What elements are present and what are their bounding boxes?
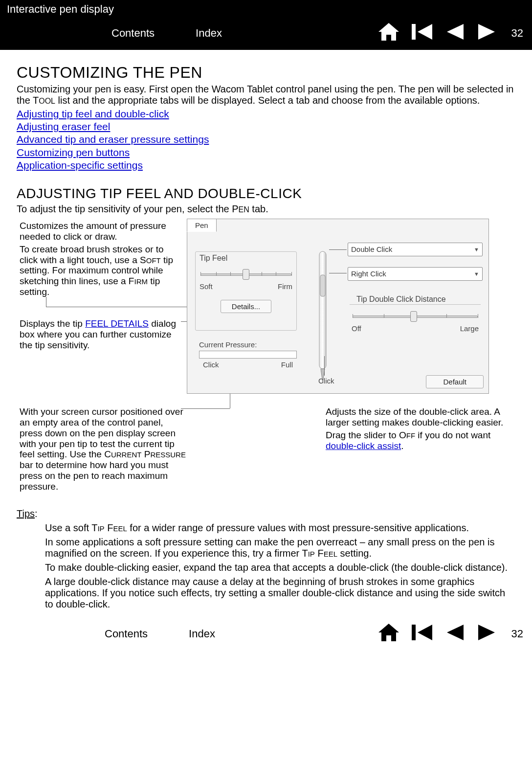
svg-marker-3 [447, 24, 464, 40]
tip-feel-label: Tip Feel [196, 252, 296, 265]
page-footer: Contents Index 32 [0, 618, 532, 652]
current-pressure-label: Current Pressure: [199, 340, 297, 349]
contents-link[interactable]: Contents [111, 27, 184, 39]
svg-rect-5 [319, 251, 326, 369]
pen-illustration [316, 248, 329, 384]
toc-link-eraser-feel[interactable]: Adjusting eraser feel [17, 121, 515, 133]
tip-feel-group: Tip Feel SoftFirm Details... [195, 251, 297, 331]
leader-line [46, 307, 207, 307]
leader-line [181, 408, 230, 409]
first-page-icon[interactable] [411, 623, 433, 645]
leader-line [329, 273, 347, 273]
soft-label: Soft [200, 282, 213, 291]
pen-settings-panel: Pen Tip Feel SoftFirm Details... Current… [187, 219, 489, 394]
click-label-2: Click [318, 377, 334, 385]
tip-feel-slider[interactable] [200, 268, 291, 282]
svg-marker-2 [418, 24, 432, 40]
svg-marker-11 [447, 625, 464, 640]
pen-tab[interactable]: Pen [187, 219, 217, 232]
tip-3: To make double-clicking easier, expand t… [45, 562, 515, 573]
svg-marker-4 [478, 24, 495, 40]
next-page-icon[interactable] [476, 623, 498, 645]
toc-link-pen-buttons[interactable]: Customizing pen buttons [17, 147, 515, 158]
tip-2: In some applications a soft pressure set… [45, 537, 515, 559]
default-button[interactable]: Default [426, 375, 484, 388]
current-pressure-bar [199, 351, 297, 359]
index-link-footer[interactable]: Index [189, 628, 244, 640]
details-button[interactable]: Details... [221, 300, 271, 313]
toc-link-advanced[interactable]: Advanced tip and eraser pressure setting… [17, 134, 515, 145]
next-page-icon[interactable] [476, 22, 498, 44]
svg-rect-9 [412, 625, 416, 640]
prev-page-icon[interactable] [444, 623, 466, 645]
click-label: Click [203, 360, 219, 369]
feel-details-link[interactable]: FEEL DETAILS [85, 318, 149, 329]
first-page-icon[interactable] [411, 22, 433, 44]
callout-current-pressure: With your screen cursor positioned over … [20, 405, 186, 494]
leader-line [329, 249, 347, 250]
double-click-assist-link[interactable]: double-click assist [326, 441, 401, 451]
chevron-down-icon: ▼ [474, 271, 479, 277]
svg-rect-6 [320, 275, 325, 296]
home-icon[interactable] [377, 623, 400, 645]
leader-line [46, 297, 46, 307]
tdcd-label: Tip Double Click Distance [354, 295, 449, 304]
svg-rect-1 [412, 24, 416, 40]
header-title: Interactive pen display [7, 3, 532, 19]
contents-link-footer[interactable]: Contents [105, 628, 177, 640]
tdcd-slider[interactable] [353, 310, 478, 324]
current-pressure-group: Current Pressure: ClickFull [199, 340, 297, 369]
prev-page-icon[interactable] [444, 22, 466, 44]
callout-double-click-distance: Adjusts the size of the double-click are… [326, 405, 511, 453]
leader-line [324, 356, 325, 376]
diagram-area: Customizes the amount of pressure needed… [17, 219, 515, 444]
page-number: 32 [509, 27, 523, 39]
toc-link-tip-feel[interactable]: Adjusting tip feel and double-click [17, 108, 515, 120]
section-title-adjusting: ADJUSTING TIP FEEL AND DOUBLE-CLICK [17, 186, 515, 202]
page-number-footer: 32 [509, 628, 523, 640]
chevron-down-icon: ▼ [474, 247, 479, 253]
tip-4: A large double-click distance may cause … [45, 576, 515, 610]
lower-button-combo[interactable]: Right Click▼ [348, 267, 483, 281]
large-label: Large [460, 324, 479, 333]
firm-label: Firm [278, 282, 292, 291]
section-title-customizing: CUSTOMIZING THE PEN [17, 64, 515, 82]
callout-tip-pressure: Customizes the amount of pressure needed… [20, 219, 181, 299]
tips-section: Tips: Use a soft TIP FEEL for a wider ra… [17, 508, 515, 610]
off-label: Off [352, 324, 361, 333]
callout-feel-details: Displays the tip FEEL DETAILS dialog box… [20, 316, 181, 353]
tips-heading: Tips [17, 508, 35, 519]
header-nav-row: Contents Index 32 [7, 19, 532, 50]
tip-1: Use a soft TIP FEEL for a wider range of… [45, 522, 515, 534]
tip-double-click-group: Tip Double Click Distance OffLarge [348, 299, 483, 346]
toc-link-app-specific[interactable]: Application-specific settings [17, 159, 515, 171]
svg-marker-0 [378, 23, 399, 41]
svg-marker-10 [418, 625, 432, 640]
full-label: Full [281, 360, 293, 369]
page-body: CUSTOMIZING THE PEN Customizing your pen… [0, 50, 532, 618]
upper-button-combo[interactable]: Double Click▼ [348, 243, 483, 256]
svg-marker-12 [478, 625, 495, 640]
home-icon[interactable] [377, 22, 400, 44]
index-link[interactable]: Index [196, 27, 251, 39]
section1-intro: Customizing your pen is easy. First open… [17, 84, 515, 106]
page-header: Interactive pen display Contents Index 3… [0, 0, 532, 50]
section2-intro: To adjust the tip sensitivity of your pe… [17, 203, 515, 215]
svg-marker-8 [378, 624, 399, 641]
